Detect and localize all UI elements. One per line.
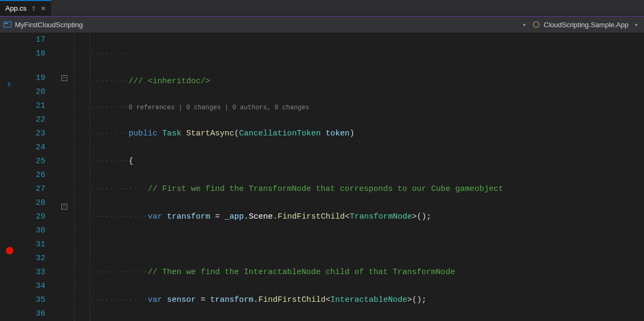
line-number: 30: [19, 224, 45, 238]
line-number: 31: [19, 238, 45, 252]
line-number: 21: [19, 99, 45, 113]
navigation-bar: MyFirstCloudScripting ▾ CloudScripting.S…: [0, 16, 644, 33]
close-icon[interactable]: ✕: [41, 5, 46, 12]
outlining-margin[interactable]: − −: [56, 33, 72, 321]
line-number: 17: [19, 33, 45, 47]
svg-rect-1: [5, 23, 8, 24]
nav-right-chevron-icon[interactable]: ▾: [632, 22, 641, 28]
nav-right-dropdown[interactable]: CloudScripting.Sample.App: [532, 20, 629, 29]
nav-left-dropdown[interactable]: MyFirstCloudScripting: [3, 20, 83, 29]
code-area[interactable]: ········ ········/// <inheritdoc/> ·····…: [90, 33, 644, 321]
line-number: 23: [19, 127, 45, 141]
breakpoint-margin[interactable]: I↑: [0, 33, 19, 321]
line-number: 25: [19, 155, 45, 168]
line-number: 35: [19, 293, 45, 307]
class-icon: [532, 20, 540, 29]
line-number: 33: [19, 266, 45, 279]
nav-right-label: CloudScripting.Sample.App: [544, 21, 629, 29]
line-number: 18: [19, 47, 45, 61]
line-number: 28: [19, 196, 45, 210]
code-editor[interactable]: I↑ 17 18 19 20 21 22 23 24 25 26 27 28 2…: [0, 33, 644, 321]
line-number: 34: [19, 279, 45, 293]
tab-label: App.cs: [5, 4, 27, 12]
line-number-gutter: 17 18 19 20 21 22 23 24 25 26 27 28 29 3…: [19, 33, 56, 321]
line-number: 20: [19, 85, 45, 99]
codelens[interactable]: 0 references | 0 changes | 0 authors, 0 …: [129, 104, 309, 111]
breakpoint-icon[interactable]: [6, 247, 13, 254]
svg-rect-0: [4, 22, 11, 27]
line-number: 36: [19, 307, 45, 321]
tab-bar: App.cs ⇪ ✕: [0, 0, 644, 16]
line-number: 24: [19, 141, 45, 155]
indent-guide: [74, 33, 90, 321]
line-number: 27: [19, 182, 45, 196]
fold-toggle-icon[interactable]: −: [61, 204, 67, 210]
tracking-changes-icon: I↑: [0, 77, 19, 91]
line-number: 26: [19, 168, 45, 182]
project-icon: [3, 20, 12, 29]
line-number: 32: [19, 252, 45, 266]
line-number: 29: [19, 210, 45, 224]
line-number: 22: [19, 113, 45, 127]
fold-toggle-icon[interactable]: −: [61, 75, 67, 81]
line-number: 19: [19, 71, 45, 85]
nav-left-label: MyFirstCloudScripting: [15, 21, 83, 29]
document-tab[interactable]: App.cs ⇪ ✕: [0, 0, 51, 15]
nav-left-chevron-icon[interactable]: ▾: [520, 22, 529, 28]
pin-icon[interactable]: ⇪: [31, 5, 36, 12]
